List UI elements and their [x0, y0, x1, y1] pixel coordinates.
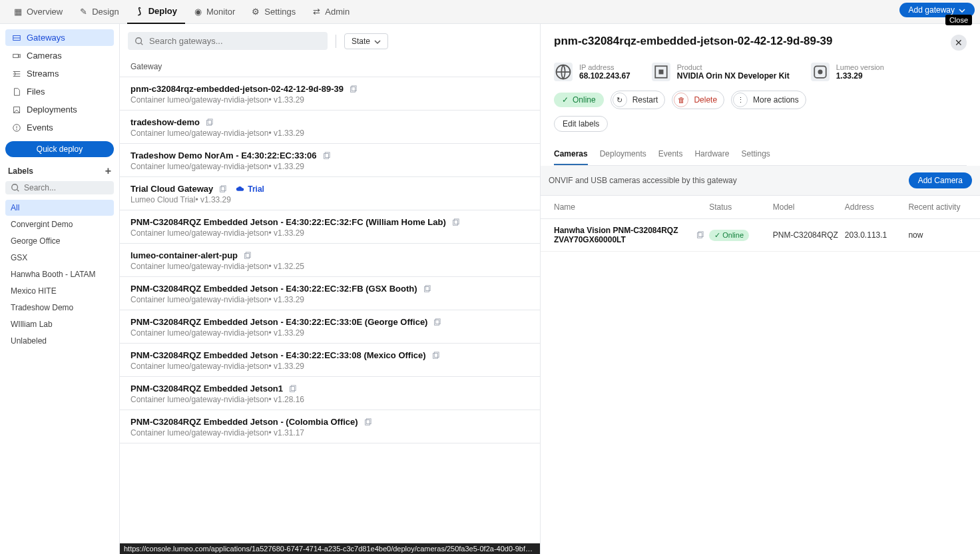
detail-tab-hardware[interactable]: Hardware — [694, 144, 729, 165]
gateway-row[interactable]: tradeshow-demoContainer lumeo/gateway-nv… — [120, 111, 540, 144]
more-actions-button[interactable]: ⋮ More actions — [731, 91, 806, 109]
restart-icon: ↻ — [612, 93, 627, 107]
globe-icon — [554, 63, 573, 81]
gateway-row[interactable]: PNM-C32084RQZ Embedded Jetson - E4:30:22… — [120, 344, 540, 377]
tab-icon: ▦ — [13, 7, 23, 17]
gateway-row[interactable]: PNM-C32084RQZ Embedded Jetson - (Colombi… — [120, 410, 540, 443]
chevron-down-icon — [959, 7, 965, 13]
nav-tab-deploy[interactable]: ⟆Deploy — [127, 0, 185, 24]
ip-label: IP address — [579, 63, 630, 71]
sidebar-icon — [12, 69, 21, 79]
sidebar: GatewaysCamerasStreamsFilesDeploymentsEv… — [0, 24, 120, 554]
nav-tab-design[interactable]: ✎Design — [71, 0, 126, 24]
sidebar-item-gateways[interactable]: Gateways — [5, 29, 114, 46]
nav-tab-admin[interactable]: ⇄Admin — [304, 0, 358, 24]
close-detail-button[interactable]: ✕ — [951, 35, 967, 51]
ip-value: 68.102.243.67 — [579, 71, 630, 81]
quick-deploy-button[interactable]: Quick deploy — [5, 141, 114, 157]
sidebar-item-events[interactable]: Events — [5, 119, 114, 136]
label-search[interactable] — [5, 181, 114, 194]
camera-row[interactable]: Hanwha Vision PNM-C32084RQZ ZVAY70GX6000… — [541, 219, 980, 252]
online-status-pill: ✓ Online — [554, 93, 604, 107]
detail-tab-cameras[interactable]: Cameras — [554, 144, 588, 165]
svg-rect-25 — [435, 320, 439, 325]
copy-icon[interactable] — [696, 231, 704, 239]
label-item[interactable]: George Office — [5, 233, 114, 249]
sidebar-item-deployments[interactable]: Deployments — [5, 101, 114, 118]
label-item[interactable]: All — [5, 200, 114, 216]
col-address: Address — [845, 202, 903, 212]
copy-icon[interactable] — [218, 185, 226, 193]
svg-rect-18 — [222, 185, 226, 190]
trial-badge: Trial — [236, 184, 264, 194]
detail-tab-settings[interactable]: Settings — [741, 144, 770, 165]
delete-button[interactable]: 🗑 Delete — [672, 91, 724, 109]
gateway-row[interactable]: PNM-C32084RQZ Embedded Jetson - E4:30:22… — [120, 277, 540, 310]
camera-address: 203.0.113.1 — [845, 230, 903, 240]
label-item[interactable]: WIlliam Lab — [5, 316, 114, 332]
sidebar-icon — [12, 123, 21, 133]
gateway-row[interactable]: lumeo-container-alert-pupContainer lumeo… — [120, 244, 540, 277]
camera-recent: now — [908, 230, 967, 240]
svg-rect-19 — [453, 220, 457, 225]
nav-tab-monitor[interactable]: ◉Monitor — [185, 0, 243, 24]
gateway-row[interactable]: PNM-C32084RQZ Embedded Jetson1Container … — [120, 377, 540, 410]
state-filter[interactable]: State — [344, 33, 388, 49]
gateway-row[interactable]: PNM-C32084RQZ Embedded Jetson - E4:30:22… — [120, 310, 540, 344]
product-value: NVIDIA Orin NX Developer Kit — [677, 71, 790, 81]
label-item[interactable]: Tradeshow Demo — [5, 300, 114, 316]
list-column-header: Gateway — [120, 57, 540, 77]
gateway-row[interactable]: Tradeshow Demo NorAm - E4:30:22:EC:33:06… — [120, 144, 540, 177]
tab-icon: ⟆ — [135, 7, 144, 16]
svg-rect-39 — [698, 232, 703, 237]
copy-icon[interactable] — [243, 252, 251, 260]
label-item[interactable]: Unlabeled — [5, 333, 114, 349]
label-item[interactable]: GSX — [5, 250, 114, 266]
svg-rect-30 — [291, 385, 296, 390]
gateway-search[interactable] — [128, 32, 328, 50]
gateway-row[interactable]: Trial Cloud Gateway TrialLumeo Cloud Tri… — [120, 177, 540, 210]
nav-tab-overview[interactable]: ▦Overview — [5, 0, 71, 24]
nav-tab-settings[interactable]: ⚙Settings — [243, 0, 304, 24]
copy-icon[interactable] — [423, 285, 431, 293]
add-label-button[interactable]: + — [105, 165, 111, 177]
svg-point-7 — [12, 184, 18, 190]
sidebar-item-cameras[interactable]: Cameras — [5, 47, 114, 64]
copy-icon[interactable] — [364, 418, 371, 426]
add-camera-button[interactable]: Add Camera — [909, 172, 972, 188]
svg-rect-24 — [425, 285, 430, 290]
detail-tab-deployments[interactable]: Deployments — [600, 144, 646, 165]
copy-icon[interactable] — [451, 218, 459, 226]
gateway-search-input[interactable] — [149, 36, 321, 46]
copy-icon[interactable] — [288, 385, 296, 393]
copy-icon[interactable] — [322, 152, 330, 160]
search-icon — [11, 183, 20, 192]
search-icon — [134, 37, 144, 46]
sidebar-icon — [12, 87, 21, 97]
detail-tab-events[interactable]: Events — [658, 144, 683, 165]
version-value: 1.33.29 — [836, 71, 884, 81]
restart-button[interactable]: ↻ Restart — [611, 91, 666, 109]
svg-rect-11 — [351, 87, 356, 92]
gateway-row[interactable]: pnm-c32084rqz-embedded-jetson-02-42-12-9… — [120, 77, 540, 111]
svg-rect-16 — [325, 152, 330, 157]
sidebar-item-streams[interactable]: Streams — [5, 65, 114, 82]
sidebar-item-files[interactable]: Files — [5, 83, 114, 100]
copy-icon[interactable] — [349, 85, 357, 93]
copy-icon[interactable] — [431, 352, 439, 360]
gateway-row[interactable]: PNM-C32084RQZ Embedded Jetson - E4:30:22… — [120, 210, 540, 244]
label-item[interactable]: Mexico HITE — [5, 283, 114, 299]
svg-rect-38 — [698, 233, 702, 238]
label-search-input[interactable] — [24, 183, 109, 192]
edit-labels-button[interactable]: Edit labels — [554, 116, 608, 132]
svg-rect-2 — [13, 54, 19, 57]
svg-rect-17 — [220, 186, 225, 192]
copy-icon[interactable] — [205, 119, 213, 127]
label-item[interactable]: Convergint Demo — [5, 216, 114, 232]
label-item[interactable]: Hanwha Booth - LATAM — [5, 266, 114, 282]
svg-rect-22 — [246, 252, 250, 257]
svg-point-37 — [818, 70, 822, 75]
trash-icon: 🗑 — [674, 93, 688, 107]
copy-icon[interactable] — [433, 318, 441, 326]
svg-rect-14 — [208, 119, 212, 124]
